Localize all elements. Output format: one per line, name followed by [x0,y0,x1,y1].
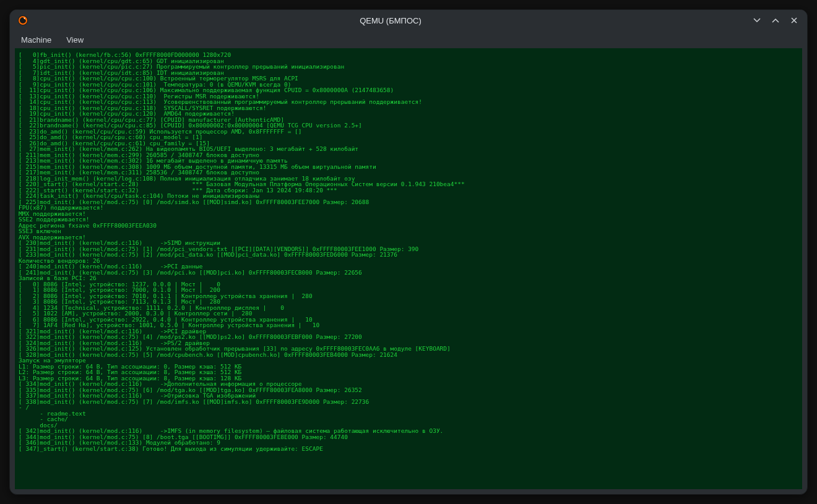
terminal-line: [ 225]mod_init() (kernel/mod.c:75) [0] /… [19,199,798,205]
terminal-line: [ 347]_start() (kernel/start.c:38) Готов… [19,446,798,452]
window-title: QEMU (БМПОС) [30,16,751,25]
terminal-line: Адрес региона fxsave 0xFFFF80003FEEA030 [19,223,798,229]
maximize-button[interactable] [770,15,781,26]
terminal-output: [ 0]fb_init() (kernel/fb.c:56) 0xFFFF800… [15,48,802,489]
app-icon [16,14,30,27]
menu-machine[interactable]: Machine [15,33,58,46]
terminal-line: [ 241]mod_init() (kernel/mod.c:75) [3] /… [19,270,798,276]
svg-point-1 [24,18,25,19]
minimize-button[interactable] [751,15,763,26]
menubar: Machine View [10,31,807,48]
terminal-line: SSE3 включен [19,228,798,234]
terminal-line: [ 233]mod_init() (kernel/mod.c:75) [2] /… [19,252,798,258]
menu-view[interactable]: View [60,33,90,46]
terminal-line: MMX поддерживается! [19,211,798,217]
terminal-line: - / [19,404,798,411]
terminal-line: FPU(x87) поддерживается! [19,205,798,211]
terminal-line: [ 338]mod_init() (kernel/mod.c:75) [7] /… [19,399,798,405]
qemu-window: QEMU (БМПОС) Machine View [ 0]fb_init() … [9,9,808,495]
terminal-line: - cache/ [19,416,798,422]
window-controls [751,15,802,26]
close-button[interactable] [789,15,800,26]
terminal-line: - readme.text [19,411,798,417]
terminal-line: [ 328]mod_init() (kernel/mod.c:75) [5] /… [19,352,798,358]
titlebar[interactable]: QEMU (БМПОС) [10,10,807,31]
